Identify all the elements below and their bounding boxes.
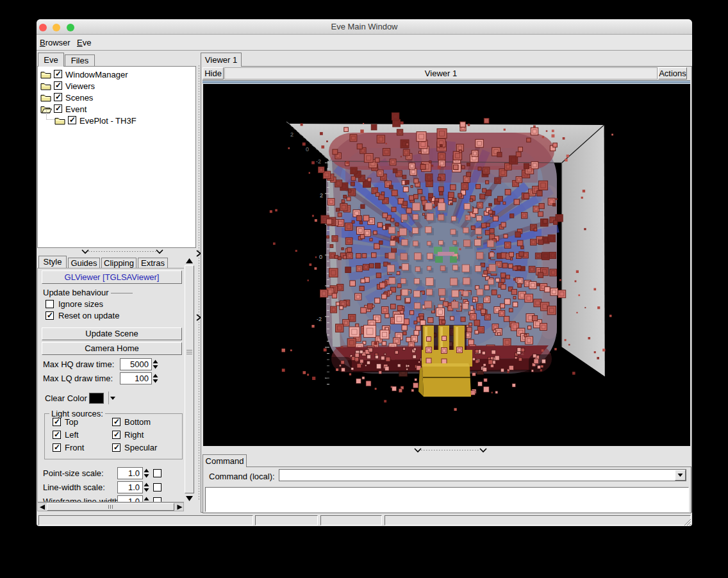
svg-text:0: 0 <box>319 254 322 260</box>
svg-text:-2: -2 <box>317 316 322 322</box>
svg-text:2: 2 <box>290 131 294 138</box>
svg-text:0: 0 <box>306 146 309 153</box>
svg-text:-2: -2 <box>316 158 321 165</box>
svg-text:2: 2 <box>320 192 323 199</box>
